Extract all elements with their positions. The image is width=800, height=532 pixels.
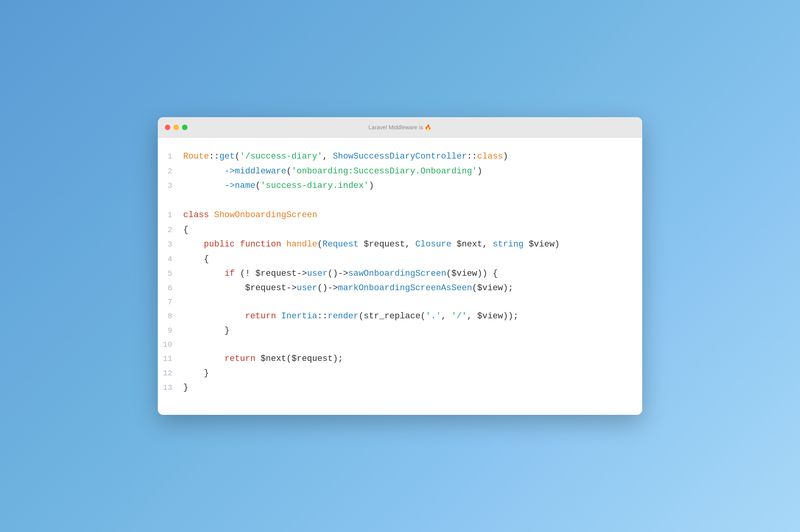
code-token: user [307,269,328,278]
line-code: Route::get('/success-diary', ShowSuccess… [183,149,508,164]
code-token: ( [317,239,322,249]
code-token [183,239,204,249]
code-token: $next, [452,239,493,249]
code-token: ( [255,181,261,191]
titlebar: Laravel Middleware is 🔥 [158,117,642,137]
line-code: $request->user()->markOnboardingScreenAs… [183,281,513,295]
code-token: ( [235,152,240,161]
line-code: } [183,323,230,338]
code-token: $next($request); [255,354,343,364]
code-block-2: 1class ShowOnboardingScreen2{3 public fu… [158,208,642,395]
code-token: ($view)) { [446,269,498,278]
code-token: $request, [359,239,415,249]
line-number: 4 [162,253,183,266]
code-token: name [235,181,255,191]
minimize-button[interactable] [173,125,179,130]
line-number: 11 [162,352,183,366]
code-token: :: [467,152,477,161]
code-token: , [322,152,332,161]
line-code: return $next($request); [183,352,343,366]
code-token: get [219,152,235,161]
code-token: ShowSuccessDiaryController [333,152,467,161]
maximize-button[interactable] [182,125,188,130]
line-number: 6 [162,282,183,295]
code-line: 2{ [158,223,642,237]
code-token [183,311,245,321]
code-separator [158,197,642,208]
code-token: Closure [415,239,451,249]
line-code: ->name('success-diary.index') [183,179,374,193]
line-number: 1 [162,150,183,163]
code-line: 10 [158,338,642,352]
code-token: string [493,239,523,249]
code-line: 1Route::get('/success-diary', ShowSucces… [158,149,642,164]
code-token [183,269,225,278]
line-number: 12 [162,367,183,380]
code-token: Request [322,239,358,249]
code-token: ()-> [328,269,348,278]
code-token: 'onboarding:SuccessDiary.Onboarding' [291,166,477,176]
close-button[interactable] [165,125,170,130]
code-token: function [240,239,286,249]
code-token [183,354,225,364]
code-token: sawOnboardingScreen [348,269,446,278]
code-line: 6 $request->user()->markOnboardingScreen… [158,281,642,295]
code-token: :: [317,311,327,321]
code-token: markOnboardingScreenAsSeen [338,283,472,293]
code-token: '/success-diary' [240,152,322,161]
code-token: user [296,283,317,293]
code-token: { [183,225,188,235]
code-token: 'success-diary.index' [261,181,369,191]
code-token: :: [209,152,219,161]
code-token: $view) [523,239,559,249]
window-title: Laravel Middleware is 🔥 [369,124,432,130]
code-token: Inertia [281,311,317,321]
code-token: -> [183,181,235,191]
code-token: } [183,383,188,393]
code-token: { [183,254,209,264]
code-token: handle [286,239,317,249]
code-token: class [477,152,503,161]
code-token: (str_replace( [359,311,426,321]
code-token: ) [503,152,508,161]
code-token: Route [183,152,209,161]
code-line: 8 return Inertia::render(str_replace('.'… [158,309,642,323]
traffic-lights [165,125,188,130]
line-code: return Inertia::render(str_replace('.', … [183,309,518,323]
code-token: -> [183,166,235,176]
line-number: 3 [162,179,183,193]
code-line: 9 } [158,323,642,338]
line-code: { [183,223,188,237]
code-token: ( [286,166,291,176]
code-token: } [183,326,230,336]
code-block-1: 1Route::get('/success-diary', ShowSucces… [158,149,642,193]
line-number: 8 [162,310,183,323]
code-line: 11 return $next($request); [158,352,642,366]
code-token: ) [477,166,482,176]
code-token: '.' [426,311,441,321]
code-token: } [183,368,209,378]
line-number: 9 [162,324,183,337]
code-token: (! $request-> [235,269,307,278]
code-token: , $view)); [467,311,518,321]
code-token: ShowOnboardingScreen [214,210,317,220]
line-number: 2 [162,223,183,237]
code-line: 7 [158,296,642,309]
code-token: , [441,311,451,321]
code-token: ) [369,181,374,191]
code-token: $request-> [183,283,296,293]
line-number: 1 [162,209,183,222]
code-token: return [225,354,255,364]
app-window: Laravel Middleware is 🔥 1Route::get('/su… [158,117,642,414]
code-line: 4 { [158,252,642,266]
line-number: 3 [162,238,183,251]
code-token: ($view); [472,283,513,293]
code-token [276,311,281,321]
line-code: class ShowOnboardingScreen [183,208,317,222]
line-code: } [183,366,209,380]
code-token: render [328,311,359,321]
code-area: 1Route::get('/success-diary', ShowSucces… [158,137,642,414]
code-line: 13} [158,380,642,395]
code-token: middleware [235,166,286,176]
code-token: return [245,311,276,321]
